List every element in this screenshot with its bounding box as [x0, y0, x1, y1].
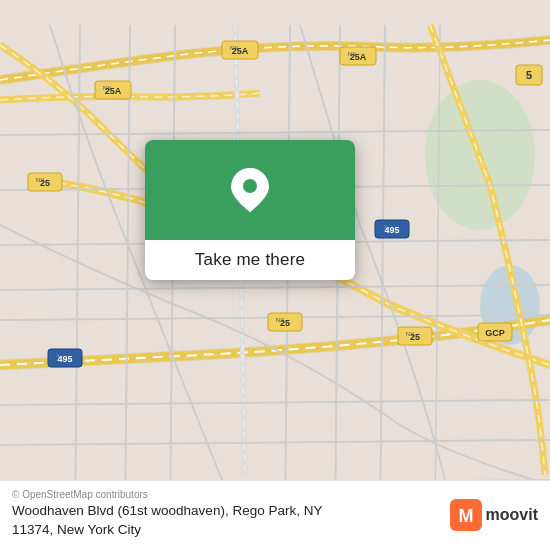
- svg-text:5: 5: [526, 69, 532, 81]
- svg-text:M: M: [458, 506, 473, 526]
- svg-text:NY: NY: [230, 45, 238, 51]
- address-line1: Woodhaven Blvd (61st woodhaven), Rego Pa…: [12, 503, 322, 518]
- map-container: 25A NY 25A NY 25A NY 25 NY 25 NY 25 NY 4…: [0, 0, 550, 550]
- popup-map-preview: [145, 140, 355, 240]
- svg-text:495: 495: [384, 225, 399, 235]
- bottom-bar: © OpenStreetMap contributors Woodhaven B…: [0, 480, 550, 550]
- svg-text:NY: NY: [36, 177, 44, 183]
- moovit-icon: M: [450, 499, 482, 531]
- svg-text:495: 495: [57, 354, 72, 364]
- bottom-left-info: © OpenStreetMap contributors Woodhaven B…: [12, 489, 322, 540]
- popup-button-area: Take me there: [145, 240, 355, 280]
- address-text: Woodhaven Blvd (61st woodhaven), Rego Pa…: [12, 502, 322, 540]
- moovit-brand-text: moovit: [486, 506, 538, 524]
- location-pin-icon: [231, 168, 269, 212]
- svg-text:NY: NY: [406, 331, 414, 337]
- svg-text:GCP: GCP: [485, 328, 505, 338]
- svg-point-47: [243, 179, 257, 193]
- moovit-logo: M moovit: [450, 499, 538, 531]
- take-me-there-button[interactable]: Take me there: [195, 250, 305, 270]
- address-line2: 11374, New York City: [12, 522, 141, 537]
- svg-text:NY: NY: [103, 85, 111, 91]
- svg-text:NY: NY: [276, 317, 284, 323]
- popup-card: Take me there: [145, 140, 355, 280]
- attribution-text: © OpenStreetMap contributors: [12, 489, 322, 500]
- svg-text:NY: NY: [348, 51, 356, 57]
